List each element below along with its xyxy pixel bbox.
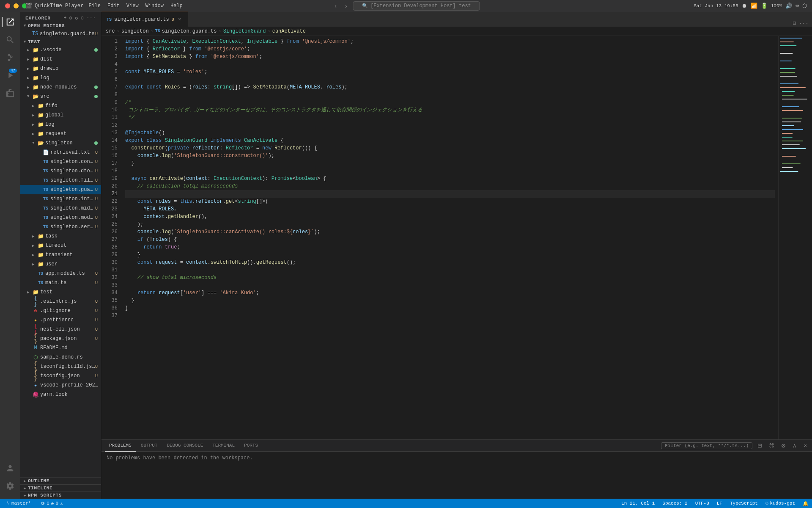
filter-input[interactable]: Filter (e.g. text, **/*.ts...) xyxy=(661,442,752,449)
filter-btn[interactable]: ⊟ xyxy=(756,442,764,450)
app-module[interactable]: TS app.module.ts U xyxy=(20,269,101,278)
eslint-file[interactable]: { } .eslintrc.js U xyxy=(20,297,101,306)
clear-btn[interactable]: ⊗ xyxy=(779,442,787,450)
user-folder[interactable]: ▶ 📁 user xyxy=(20,260,101,269)
status-branch-item[interactable]: ⑂ master* xyxy=(3,499,34,508)
status-spaces[interactable]: Spaces: 2 xyxy=(659,499,691,508)
panel-tab-output[interactable]: OUTPUT xyxy=(137,440,162,452)
menu-view[interactable]: View xyxy=(126,3,139,9)
git-icon: ⊙ xyxy=(33,308,38,314)
package-modified: U xyxy=(95,337,101,341)
timeout-label: timeout xyxy=(45,243,101,248)
tab-singleton-guard[interactable]: TS singleton.guard.ts U × xyxy=(102,12,188,27)
sync-icon: ⟳ xyxy=(41,501,45,506)
singleton-guard-file[interactable]: TS singleton.guard.ts U xyxy=(20,185,101,194)
breadcrumb-src[interactable]: src xyxy=(106,28,115,34)
timeout-folder[interactable]: ▶ 📁 timeout xyxy=(20,241,101,250)
singleton-controller[interactable]: TS singleton.controller.ts U xyxy=(20,157,101,166)
timeline-header[interactable]: ▶ TIMELINE xyxy=(20,485,101,491)
yarn-lock-file[interactable]: 🧶 yarn.lock xyxy=(20,390,101,399)
open-editors-header[interactable]: ▼ OPEN EDITORS xyxy=(20,22,101,29)
nav-back-button[interactable]: ‹ xyxy=(332,2,339,10)
menu-file[interactable]: File xyxy=(88,3,101,9)
collapse-all-icon[interactable]: ⊖ xyxy=(81,15,84,21)
fifo-folder[interactable]: ▶ 📁 fifo xyxy=(20,101,101,110)
singleton-middleware[interactable]: TS singleton.middlewar... U xyxy=(20,204,101,213)
npm-header[interactable]: ▶ NPM SCRIPTS xyxy=(20,492,101,499)
status-sync-item[interactable]: ⟳ 0 ⊗ 0 ⚠ xyxy=(38,499,66,508)
tab-close-button[interactable]: × xyxy=(177,17,183,22)
menu-window[interactable]: Window xyxy=(145,3,164,9)
status-eol[interactable]: LF xyxy=(713,499,726,508)
task-folder[interactable]: ▶ 📁 task xyxy=(20,232,101,241)
menu-edit[interactable]: Edit xyxy=(107,3,120,9)
breadcrumb-method[interactable]: canActivate xyxy=(272,28,306,34)
line-num-25: 25 xyxy=(102,221,118,228)
more-actions-icon[interactable]: ··· xyxy=(87,15,96,21)
singleton-filter[interactable]: TS singleton.filter.ts U xyxy=(20,176,101,185)
singleton-module[interactable]: TS singleton.module.ts U xyxy=(20,213,101,222)
retrieval-txt[interactable]: 📄 retrieval.txt U xyxy=(20,148,101,157)
transient-folder[interactable]: ▶ 📁 transient xyxy=(20,250,101,260)
drawio-folder[interactable]: ▶ 📁 drawio xyxy=(20,64,101,73)
wrap-btn[interactable]: ⌘ xyxy=(767,442,776,450)
nav-forward-button[interactable]: › xyxy=(343,2,350,10)
status-language[interactable]: TypeScript xyxy=(727,499,761,508)
singleton-dto[interactable]: TS singleton.dto.ts U xyxy=(20,166,101,176)
readme-file[interactable]: M README.md xyxy=(20,343,101,353)
panel-tab-ports[interactable]: PORTS xyxy=(240,440,262,452)
open-editor-singleton-guard[interactable]: TS singleton.guard.ts U xyxy=(20,29,101,39)
global-folder[interactable]: ▶ 📁 global xyxy=(20,110,101,120)
package-json-file[interactable]: { } package.json U xyxy=(20,334,101,343)
settings-activity-icon[interactable] xyxy=(2,478,19,494)
status-line-col[interactable]: Ln 21, Col 1 xyxy=(618,499,658,508)
request-folder[interactable]: ▶ 📁 request xyxy=(20,129,101,138)
search-activity-icon[interactable] xyxy=(2,31,19,48)
test-section-header[interactable]: ▼ TEST xyxy=(20,39,101,45)
account-activity-icon[interactable] xyxy=(2,460,19,477)
src-folder[interactable]: ▼ 📂 src xyxy=(20,92,101,101)
collapse-panel-btn[interactable]: ∧ xyxy=(791,442,798,450)
singleton-folder[interactable]: ▼ 📂 singleton xyxy=(20,138,101,148)
error-icon: ⊗ xyxy=(51,501,54,506)
status-notifications[interactable]: 🔔 xyxy=(799,499,812,508)
search-bar[interactable]: 🔍 [Extension Development Host] test xyxy=(353,1,480,11)
breadcrumb-singleton[interactable]: singleton xyxy=(121,28,149,34)
code-content[interactable]: import { CanActivate, ExecutionContext, … xyxy=(122,36,778,439)
breadcrumb-class[interactable]: SingletonGuard xyxy=(223,28,266,34)
status-feedback[interactable]: ☺ kudos-gpt xyxy=(762,499,798,508)
singleton-interceptor[interactable]: TS singleton.intercepto... U xyxy=(20,194,101,204)
log-folder[interactable]: ▶ 📁 log xyxy=(20,73,101,83)
close-panel-btn[interactable]: × xyxy=(802,442,809,450)
outline-section: ▶ OUTLINE xyxy=(20,477,101,484)
extensions-activity-icon[interactable] xyxy=(2,85,19,102)
vscode-folder[interactable]: ▶ 📁 .vscode xyxy=(20,45,101,55)
node-modules-folder[interactable]: ▶ 📁 node_modules xyxy=(20,83,101,92)
run-debug-activity-icon[interactable]: 47 xyxy=(2,67,19,84)
more-tab-actions-icon[interactable]: ··· xyxy=(799,20,809,27)
close-button[interactable] xyxy=(5,3,10,8)
panel-tab-problems[interactable]: PROBLEMS xyxy=(105,440,136,452)
singleton-service[interactable]: TS singleton.service.ts U xyxy=(20,222,101,232)
vscode-profile-file[interactable]: ✦ vscode-profile-2022-0... xyxy=(20,381,101,390)
explorer-activity-icon[interactable] xyxy=(2,14,19,30)
source-control-activity-icon[interactable] xyxy=(2,49,19,66)
refresh-icon[interactable]: ↻ xyxy=(75,15,79,21)
new-file-icon[interactable]: + xyxy=(64,15,67,21)
breadcrumb-file[interactable]: singleton.guard.ts xyxy=(162,28,217,34)
gitignore-file[interactable]: ⊙ .gitignore U xyxy=(20,306,101,315)
log-src-folder[interactable]: ▶ 📁 log xyxy=(20,120,101,129)
split-editor-icon[interactable]: ⊟ xyxy=(793,20,796,27)
main-ts[interactable]: TS main.ts U xyxy=(20,278,101,287)
minimize-button[interactable] xyxy=(14,3,19,8)
panel-tab-terminal[interactable]: TERMINAL xyxy=(208,440,239,452)
dist-folder[interactable]: ▶ 📁 dist xyxy=(20,55,101,64)
code-editor[interactable]: 1234567891011121314151617181920212223242… xyxy=(102,36,778,439)
json-icon: { } xyxy=(33,370,38,382)
new-folder-icon[interactable]: ⊕ xyxy=(69,15,73,21)
tsconfig-file[interactable]: { } tsconfig.json U xyxy=(20,371,101,381)
menu-help[interactable]: Help xyxy=(170,3,183,9)
status-encoding[interactable]: UTF-8 xyxy=(692,499,713,508)
panel-tab-debug-console[interactable]: DEBUG CONSOLE xyxy=(162,440,207,452)
outline-header[interactable]: ▶ OUTLINE xyxy=(20,478,101,484)
